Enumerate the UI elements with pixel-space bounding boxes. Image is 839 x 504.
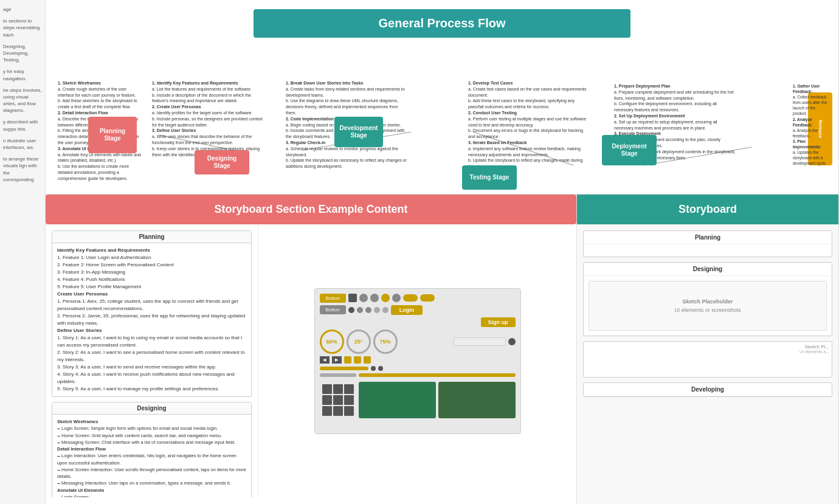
search-icon: [508, 338, 516, 345]
mockup-button-2[interactable]: Button: [320, 305, 346, 314]
planning-box: Planning Identify Key Features and Requi…: [52, 230, 252, 397]
icon-heart: [344, 356, 351, 364]
mockup-row-1: Button: [320, 294, 516, 303]
deployment-stage: DeploymentStage: [602, 135, 657, 165]
mockup-icon-10: [382, 307, 388, 313]
mockup-icon-2: [359, 294, 368, 302]
sketch-placeholder-sub: UI elements or screenshots: [674, 307, 741, 313]
notes-center-left: 1. Identify Key Features and Requirement…: [152, 80, 268, 157]
storyboard-content-area: Planning Identify Key Features and Requi…: [46, 224, 576, 497]
storyboard-section: Storyboard Section Example Content Plann…: [46, 195, 838, 504]
grid-cell-8: [333, 406, 343, 416]
icon-heart-3: [364, 356, 371, 364]
sidebar-text-2: to sections to steps resembling each: [3, 18, 42, 38]
nav-next[interactable]: ▶: [332, 356, 342, 364]
grid-cell-7: [322, 406, 332, 416]
app-mockup-inner: Button: [315, 289, 520, 433]
mockup-icon-9: [374, 307, 380, 313]
right-developing-box: Developing: [583, 382, 832, 397]
sidebar-text-1: age: [3, 6, 42, 13]
testing-stage: Testing Stage: [462, 165, 517, 190]
slider-2[interactable]: [320, 373, 356, 377]
mockup-toggle-2[interactable]: [420, 294, 435, 302]
mockup-icon-4: [381, 294, 390, 302]
mockup-row-7: [320, 373, 516, 377]
mockup-toggle-1[interactable]: [403, 294, 418, 302]
grid-cell-4: [322, 395, 332, 405]
sidebar-text-7: n illustrate user interfaces, ws.: [3, 137, 42, 151]
designing-stage: DesigningStage: [195, 150, 249, 174]
mockup-row-6: [320, 366, 516, 371]
bottom-img-2: [438, 382, 516, 418]
storyboard-left-header: Storyboard Section Example Content: [46, 195, 576, 224]
designing-box: Designing Sketch Wireframes ‒ Login Scre…: [52, 402, 252, 497]
icon-heart-2: [354, 356, 361, 364]
storyboard-left: Storyboard Section Example Content Plann…: [46, 195, 577, 504]
sketch-box-2: Sketch Pl... UI elements a...: [583, 341, 832, 378]
planning-box-content: Identify Key Features and Requirements 1…: [52, 243, 251, 396]
right-developing-header: Developing: [584, 383, 832, 396]
mockup-row-3: Sign up: [320, 317, 516, 327]
sidebar-text-6: y described with suppo this: [3, 119, 42, 132]
grid-cell-3: [344, 384, 354, 394]
grid-icon: [320, 382, 356, 418]
left-sidebar: age to sections to steps resembling each…: [0, 0, 46, 504]
planning-stage: PlanningStage: [88, 117, 137, 153]
mockup-icon-8: [365, 307, 371, 313]
sidebar-text-4: y for easy navigation.: [3, 68, 42, 81]
mockup-icon-6: [348, 307, 354, 313]
right-planning-header: Planning: [584, 231, 832, 244]
notes-testing: 1. Develop Test Cases a. Create test cas…: [468, 80, 590, 170]
mockup-row-5: ◀ ▶: [320, 356, 516, 364]
mockup-icon-5: [392, 294, 401, 302]
main-container: age to sections to steps resembling each…: [0, 0, 839, 504]
designing-box-header: Designing: [52, 402, 251, 415]
process-flow-header: General Process Flow: [254, 9, 630, 38]
sketch-label-2: Sketch Pl...: [586, 344, 829, 350]
right-panel: Storyboard Planning Designing: [577, 195, 838, 504]
mockup-icon-1: [348, 294, 357, 302]
grid-cell-1: [322, 384, 332, 394]
bottom-images: [320, 379, 516, 418]
slider-dot-1: [371, 366, 376, 371]
sketch-sub-2: UI elements a...: [586, 350, 829, 354]
grid-cell-6: [344, 395, 354, 405]
grid-cell-2: [333, 384, 343, 394]
right-designing-box: Designing Sketch Placeholder UI elements…: [583, 262, 832, 336]
login-btn[interactable]: Login: [391, 305, 423, 315]
right-planning-box: Planning: [583, 230, 832, 257]
mockup-icon-7: [357, 307, 363, 313]
slider-dot-2: [378, 366, 383, 371]
mockup-circle-2: 25°: [347, 330, 371, 354]
mockup-icon-3: [370, 294, 379, 302]
right-designing-header: Designing: [584, 263, 832, 276]
slider-1[interactable]: [320, 367, 368, 370]
app-mockup: Button: [314, 288, 521, 434]
sidebar-text-3: Designing, Developing, Testing,: [3, 43, 42, 64]
sketch-placeholder-title: Sketch Placeholder: [682, 299, 733, 305]
bottom-img-1: [359, 382, 436, 418]
flow-diagram: 1. Sketch Wireframes a. Create rough ske…: [55, 44, 829, 184]
grid-cell-5: [333, 395, 343, 405]
process-flow-section: General Process Flow 1. Sketch Wireframe…: [46, 0, 838, 195]
grid-cell-9: [344, 406, 354, 416]
planning-box-header: Planning: [52, 231, 251, 243]
signup-btn[interactable]: Sign up: [481, 317, 516, 327]
notes-gather-feedback: 1. Gather User Feedback: a. Collect feed…: [793, 83, 829, 166]
nav-prev[interactable]: ◀: [320, 356, 330, 364]
center-content: General Process Flow 1. Sketch Wireframe…: [46, 0, 839, 504]
mockup-row-4: 60% 25° 75%: [320, 330, 516, 354]
mockup-button-1[interactable]: Button: [320, 294, 346, 303]
sidebar-text-8: to arrange these visuals lign with the c…: [3, 156, 42, 183]
mockup-circle-1: 60%: [320, 330, 344, 354]
mockup-row-2: Button Login: [320, 305, 516, 315]
storyboard-right-header: Storyboard: [577, 195, 838, 224]
sidebar-text-5: he steps involves, using visual arties, …: [3, 87, 42, 114]
designing-box-content: Sketch Wireframes ‒ Login Screen: Simple…: [52, 415, 251, 497]
right-storyboard-content: Planning Designing Sketch Placeholder UI…: [577, 224, 838, 504]
mockup-search-bar[interactable]: [454, 337, 506, 346]
storyboard-left-panel: Planning Identify Key Features and Requi…: [46, 224, 258, 497]
app-mockup-panel: Button: [258, 224, 576, 497]
mockup-circle-3: 75%: [373, 330, 398, 354]
sketch-placeholder-1: Sketch Placeholder UI elements or screen…: [589, 281, 826, 330]
